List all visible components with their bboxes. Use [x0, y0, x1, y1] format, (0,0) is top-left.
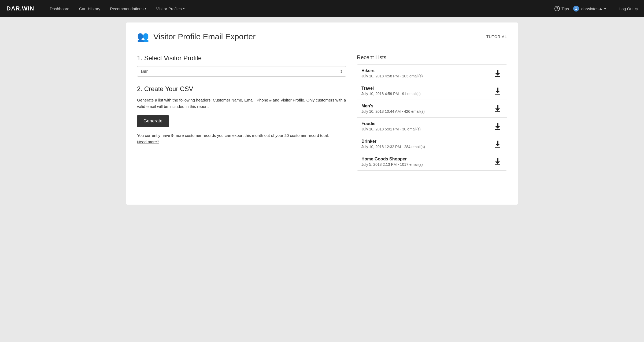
left-panel: 1. Select Visitor Profile BarHikersTrave…	[137, 54, 346, 171]
download-button[interactable]	[493, 122, 502, 131]
list-item-meta: July 10, 2018 10:44 AM - 426 email(s)	[361, 109, 425, 114]
list-item: Hikers July 10, 2018 4:58 PM - 103 email…	[357, 65, 507, 82]
nav-divider	[613, 4, 613, 13]
tips-button[interactable]: ? Tips	[554, 6, 569, 11]
profile-select-wrapper: BarHikersTravelMen'sFoodieDrinkerHome Go…	[137, 66, 346, 77]
recent-lists-title: Recent Lists	[357, 54, 507, 61]
download-button[interactable]	[493, 104, 502, 113]
list-item-info: Foodie July 10, 2018 5:01 PM - 30 email(…	[361, 121, 421, 131]
list-item-meta: July 10, 2018 4:59 PM - 91 email(s)	[361, 92, 421, 96]
list-item-name: Foodie	[361, 121, 421, 126]
page-header: 👥 Visitor Profile Email Exporter TUTORIA…	[137, 31, 507, 48]
nav-right: ? Tips 1 darwintest4 ▾ Log Out ⎋	[554, 4, 638, 13]
user-chevron-icon: ▾	[604, 6, 606, 11]
list-item: Home Goods Shopper July 5, 2018 2:13 PM …	[357, 153, 507, 170]
logout-icon: ⎋	[635, 6, 638, 11]
right-panel: Recent Lists Hikers July 10, 2018 4:58 P…	[357, 54, 507, 171]
nav-links: Dashboard Cart History Recommendations ▾…	[45, 0, 555, 17]
list-item-meta: July 10, 2018 12:32 PM - 284 email(s)	[361, 145, 425, 149]
download-icon	[495, 123, 500, 130]
user-menu[interactable]: 1 darwintest4 ▾	[573, 6, 606, 12]
download-button[interactable]	[493, 157, 502, 166]
export-note: You currently have 9 more customer recor…	[137, 132, 346, 145]
export-note-count: 9	[171, 133, 173, 138]
nav-cart-history[interactable]: Cart History	[74, 0, 105, 17]
main-card: 👥 Visitor Profile Email Exporter TUTORIA…	[126, 22, 518, 205]
page-header-left: 👥 Visitor Profile Email Exporter	[137, 31, 256, 42]
list-item-info: Men's July 10, 2018 10:44 AM - 426 email…	[361, 104, 425, 114]
list-item-meta: July 5, 2018 2:13 PM - 1017 email(s)	[361, 162, 423, 167]
download-icon	[495, 105, 500, 112]
list-item-name: Travel	[361, 86, 421, 91]
brand-logo[interactable]: DAR.WIN	[6, 5, 34, 12]
page-title: Visitor Profile Email Exporter	[153, 32, 256, 41]
list-item: Men's July 10, 2018 10:44 AM - 426 email…	[357, 100, 507, 118]
body-layout: 1. Select Visitor Profile BarHikersTrave…	[137, 54, 507, 171]
export-note-after: more customer records you can export thi…	[173, 133, 329, 138]
list-item-meta: July 10, 2018 5:01 PM - 30 email(s)	[361, 127, 421, 131]
list-item: Travel July 10, 2018 4:59 PM - 91 email(…	[357, 82, 507, 100]
nav-visitor-profiles[interactable]: Visitor Profiles ▾	[151, 0, 190, 17]
list-item: Foodie July 10, 2018 5:01 PM - 30 email(…	[357, 118, 507, 135]
list-item-info: Travel July 10, 2018 4:59 PM - 91 email(…	[361, 86, 421, 96]
page-wrapper: 👥 Visitor Profile Email Exporter TUTORIA…	[0, 17, 644, 210]
list-item-name: Home Goods Shopper	[361, 157, 423, 161]
step1-title: 1. Select Visitor Profile	[137, 54, 346, 62]
list-item-info: Hikers July 10, 2018 4:58 PM - 103 email…	[361, 68, 423, 78]
recent-lists-container: Hikers July 10, 2018 4:58 PM - 103 email…	[357, 64, 507, 171]
nav-recommendations[interactable]: Recommendations ▾	[105, 0, 151, 17]
download-icon	[495, 88, 500, 95]
logout-button[interactable]: Log Out ⎋	[619, 6, 638, 11]
list-item-info: Home Goods Shopper July 5, 2018 2:13 PM …	[361, 157, 423, 167]
need-more-link[interactable]: Need more?	[137, 140, 159, 144]
user-badge: 1	[573, 6, 579, 12]
page-icon: 👥	[137, 31, 149, 42]
download-button[interactable]	[493, 140, 502, 149]
tutorial-link[interactable]: TUTORIAL	[486, 35, 507, 39]
download-button[interactable]	[493, 69, 502, 78]
nav-dashboard[interactable]: Dashboard	[45, 0, 74, 17]
download-button[interactable]	[493, 87, 502, 96]
csv-description: Generate a list with the following heade…	[137, 97, 346, 110]
download-icon	[495, 141, 500, 148]
recommendations-chevron-icon: ▾	[145, 7, 146, 10]
download-icon	[495, 70, 500, 77]
user-name: darwintest4	[581, 6, 602, 11]
step2-title: 2. Create Your CSV	[137, 85, 346, 93]
navbar: DAR.WIN Dashboard Cart History Recommend…	[0, 0, 644, 17]
visitor-profiles-chevron-icon: ▾	[183, 7, 185, 10]
question-icon: ?	[554, 6, 560, 11]
list-item-meta: July 10, 2018 4:58 PM - 103 email(s)	[361, 74, 423, 78]
export-note-before: You currently have	[137, 133, 171, 138]
list-item-name: Hikers	[361, 68, 423, 73]
list-item-name: Drinker	[361, 139, 425, 144]
generate-button[interactable]: Generate	[137, 115, 169, 127]
profile-select[interactable]: BarHikersTravelMen'sFoodieDrinkerHome Go…	[137, 66, 346, 77]
list-item-info: Drinker July 10, 2018 12:32 PM - 284 ema…	[361, 139, 425, 149]
list-item-name: Men's	[361, 104, 425, 108]
download-icon	[495, 158, 500, 165]
list-item: Drinker July 10, 2018 12:32 PM - 284 ema…	[357, 135, 507, 153]
